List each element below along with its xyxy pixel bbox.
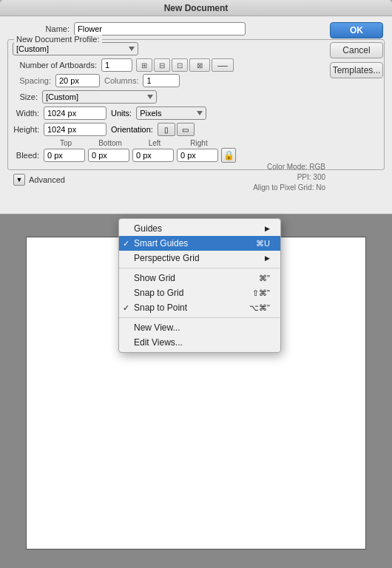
units-label: Units: [107, 109, 136, 118]
menu-item-wrapper-show-grid: Show Grid⌘" [119, 271, 280, 285]
dialog-form: Name: New Document Profile: [Custom] Num… [0, 16, 392, 190]
bleed-right-header: Right [177, 139, 221, 147]
orientation-label: Orientation: [107, 125, 158, 134]
bleed-right-col [177, 149, 218, 162]
color-info: Color Mode: RGB PPI: 300 Align to Pixel … [253, 162, 325, 193]
menu-item-label: New View... [134, 322, 180, 333]
profile-group: New Document Profile: [Custom] Number of… [7, 39, 385, 170]
dialog-title: New Document [164, 3, 229, 13]
size-select[interactable]: [Custom] [42, 90, 157, 104]
menu-item-snap-to-grid[interactable]: Snap to Grid⇧⌘" [119, 285, 280, 300]
grid-row-button[interactable]: ⊟ [154, 58, 170, 72]
dialog-titlebar: New Document [0, 0, 392, 16]
menu-item-new-view[interactable]: New View... [119, 320, 280, 335]
menu-item-shortcut: ⇧⌘" [252, 288, 270, 298]
bleed-lock-button[interactable]: 🔒 [221, 148, 236, 163]
menu-item-label: Smart Guides [134, 238, 188, 248]
landscape-button[interactable]: ▭ [177, 123, 195, 136]
height-input[interactable] [44, 123, 107, 136]
profile-group-label: New Document Profile: [14, 35, 102, 44]
new-document-dialog: New Document OK Cancel Templates... Name… [0, 0, 392, 214]
height-label: Height: [13, 125, 44, 134]
color-mode-text: Color Mode: RGB [253, 162, 325, 172]
ok-button[interactable]: OK [330, 22, 383, 38]
align-pixel-text: Align to Pixel Grid: No [253, 183, 325, 193]
menu-item-smart-guides[interactable]: ✓Smart Guides⌘U [119, 236, 280, 251]
name-label: Name: [7, 24, 74, 33]
menu-item-wrapper-snap-to-grid: Snap to Grid⇧⌘" [119, 285, 280, 300]
menu-item-label: Edit Views... [134, 337, 183, 348]
menu-item-shortcut: ⌘" [259, 274, 270, 283]
spacing-input[interactable] [55, 74, 100, 87]
width-row: Width: Units: Pixels [13, 106, 379, 120]
bleed-left-col [132, 149, 174, 162]
height-row: Height: Orientation: ▯ ▭ [13, 123, 379, 136]
menu-item-show-grid[interactable]: Show Grid⌘" [119, 271, 280, 285]
bleed-row: Bleed: 🔒 [13, 148, 379, 163]
menu-item-edit-views[interactable]: Edit Views... [119, 335, 280, 350]
menu-item-wrapper-smart-guides: ✓Smart Guides⌘U [119, 236, 280, 251]
menu-item-shortcut: ⌥⌘" [249, 303, 270, 313]
bleed-top-col [44, 149, 85, 162]
menu-item-wrapper-new-view: New View... [119, 320, 280, 335]
name-row: Name: [7, 22, 385, 36]
menu-item-perspective-grid[interactable]: Perspective Grid [119, 251, 280, 266]
menu-item-label: Snap to Grid [134, 288, 183, 298]
menu-item-label: Snap to Point [134, 302, 187, 313]
dash-button[interactable]: — [212, 58, 234, 72]
menu-item-wrapper-edit-views: Edit Views... [119, 335, 280, 350]
menu-item-wrapper-snap-to-point: ✓Snap to Point⌥⌘" [119, 300, 280, 318]
menu-separator [119, 317, 280, 318]
size-label: Size: [13, 92, 42, 101]
spacing-label: Spacing: [13, 76, 55, 85]
grid-2x2-button[interactable]: ⊞ [136, 58, 152, 72]
spacing-row: Spacing: Columns: [13, 74, 379, 87]
artboards-row: Number of Artboards: ⊞ ⊟ ⊡ ⊠ — [13, 58, 379, 72]
grid-col-button[interactable]: ⊡ [172, 58, 188, 72]
menu-item-label: Guides [134, 223, 162, 234]
profile-select[interactable]: [Custom] [13, 42, 138, 55]
menu-item-wrapper-guides: Guides [119, 221, 280, 236]
columns-input[interactable] [143, 74, 180, 87]
menu-item-shortcut: ⌘U [256, 239, 270, 248]
units-select[interactable]: Pixels [136, 106, 206, 120]
portrait-button[interactable]: ▯ [158, 123, 175, 136]
width-input[interactable] [44, 106, 107, 120]
advanced-row: ▼ Advanced [7, 174, 385, 186]
bleed-bottom-input[interactable] [88, 149, 129, 162]
bleed-headers: Top Bottom Left Right [44, 139, 379, 147]
bleed-bottom-col [88, 149, 129, 162]
menu-item-label: Show Grid [134, 273, 175, 283]
advanced-toggle-button[interactable]: ▼ [13, 174, 25, 186]
checkmark-icon: ✓ [123, 303, 129, 313]
bleed-top-input[interactable] [44, 149, 85, 162]
menu-item-label: Perspective Grid [134, 253, 200, 263]
width-label: Width: [13, 109, 44, 118]
context-menu: Guides✓Smart Guides⌘UPerspective GridSho… [118, 218, 281, 353]
bleed-right-input[interactable] [177, 149, 218, 162]
artboards-input[interactable] [101, 58, 132, 72]
menu-item-wrapper-perspective-grid: Perspective Grid [119, 251, 280, 268]
menu-separator [119, 268, 280, 268]
artboards-label: Number of Artboards: [13, 61, 101, 70]
bleed-bottom-header: Bottom [88, 139, 132, 147]
ppi-text: PPI: 300 [253, 172, 325, 183]
size-row: Size: [Custom] [13, 90, 379, 104]
advanced-label: Advanced [29, 175, 65, 184]
bleed-left-header: Left [132, 139, 177, 147]
menu-item-guides[interactable]: Guides [119, 221, 280, 236]
bleed-label: Bleed: [13, 151, 44, 160]
bleed-left-input[interactable] [132, 149, 174, 162]
profile-row: [Custom] [13, 42, 379, 55]
bleed-top-header: Top [44, 139, 88, 147]
artboards-icon-group: ⊞ ⊟ ⊡ ⊠ — [136, 58, 234, 72]
name-input[interactable] [74, 22, 246, 36]
menu-item-snap-to-point[interactable]: ✓Snap to Point⌥⌘" [119, 300, 280, 315]
columns-label: Columns: [100, 76, 143, 85]
checkmark-icon: ✓ [123, 239, 129, 248]
grid-custom-button[interactable]: ⊠ [189, 58, 210, 72]
